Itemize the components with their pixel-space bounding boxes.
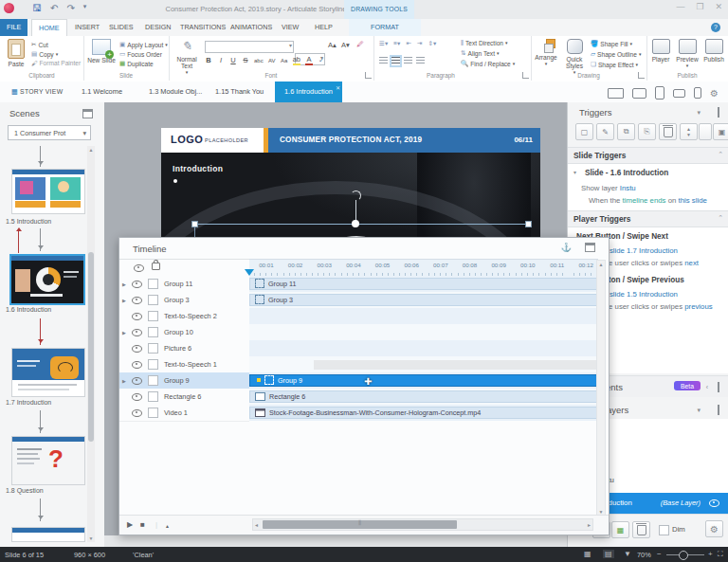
thumbnail-1-7[interactable] bbox=[11, 348, 85, 397]
format-painter-button[interactable]: 🖌Format Painter bbox=[31, 60, 81, 66]
timeline-row-picture6[interactable]: Picture 6 bbox=[119, 340, 598, 356]
timeline-bar[interactable]: Stock-Footage-Businessman-With-Consumer-… bbox=[249, 407, 598, 419]
bold-button[interactable]: B bbox=[205, 56, 212, 64]
slide-trigger-group[interactable]: ▾ Slide - 1.6 Introduction bbox=[585, 169, 668, 177]
tab-module-obj[interactable]: 1.3 Module Obj... bbox=[149, 82, 202, 102]
timeline-tools-icon[interactable]: ⚓ bbox=[561, 243, 572, 252]
scenes-scrollbar[interactable]: ▲ ▼ bbox=[87, 146, 95, 542]
selection-handle[interactable] bbox=[525, 221, 532, 227]
timeline-bar[interactable]: Group 3 bbox=[249, 294, 598, 306]
scenes-panel-icon[interactable] bbox=[82, 109, 93, 118]
grid-view-icon[interactable]: ▦ bbox=[584, 550, 592, 558]
tab-home[interactable]: HOME bbox=[31, 19, 67, 36]
preview-phone-portrait-icon[interactable] bbox=[694, 87, 701, 99]
row-checkbox[interactable] bbox=[148, 391, 158, 402]
duplicate-button[interactable]: ▦Duplicate bbox=[119, 60, 154, 67]
show-all-eye-icon[interactable] bbox=[134, 264, 144, 272]
timeline-ruler[interactable]: 00:01 00:02 00:03 00:04 00:05 00:06 00:0… bbox=[249, 259, 598, 278]
tab-help[interactable]: HELP bbox=[308, 19, 339, 36]
strikethrough-button[interactable]: S bbox=[242, 56, 249, 64]
comments-panel-icon[interactable] bbox=[718, 382, 719, 392]
timeline-panel-icon[interactable] bbox=[585, 243, 595, 252]
thumbnail-partial[interactable] bbox=[11, 527, 85, 542]
timeline-vertical-scrollbar[interactable]: ▲ ▼ bbox=[596, 260, 606, 517]
timeline-row-rectangle6[interactable]: Rectangle 6 Rectangle 6 bbox=[119, 389, 598, 405]
align-text-button[interactable]: ⇅Align Text ▾ bbox=[461, 49, 500, 57]
restore-button[interactable]: ❐ bbox=[696, 2, 703, 11]
italic-button[interactable]: I bbox=[217, 56, 225, 64]
row-checkbox[interactable] bbox=[148, 327, 158, 337]
thumbnail-1-6-selected[interactable] bbox=[9, 254, 85, 305]
trigger-wizard-button[interactable] bbox=[699, 123, 712, 140]
expand-icon[interactable]: ▶ bbox=[119, 281, 129, 287]
dim-checkbox[interactable] bbox=[659, 525, 669, 535]
shape-fill-button[interactable]: 🪣Shape Fill ▾ bbox=[591, 40, 632, 47]
change-case-button[interactable]: Aa bbox=[281, 58, 288, 63]
eye-icon[interactable] bbox=[132, 281, 142, 288]
selection-center-handle[interactable] bbox=[352, 220, 359, 227]
rotation-handle-icon[interactable] bbox=[351, 190, 361, 201]
paragraph-dialog-launcher[interactable] bbox=[522, 72, 529, 79]
row-checkbox[interactable] bbox=[148, 375, 158, 386]
delete-trigger-button[interactable] bbox=[659, 123, 677, 140]
trigger-show-layer[interactable]: Show layer Instu bbox=[581, 184, 636, 192]
eye-icon[interactable] bbox=[132, 377, 142, 385]
indent-decrease-icon[interactable]: ⇤ bbox=[406, 40, 411, 47]
shape-effect-button[interactable]: ❏Shape Effect ▾ bbox=[591, 61, 638, 68]
tab-insert[interactable]: INSERT bbox=[68, 19, 106, 36]
focus-order-button[interactable]: ▭Focus Order bbox=[119, 50, 162, 58]
fit-view-icon[interactable]: ▼ bbox=[624, 550, 631, 558]
zoom-knob[interactable] bbox=[679, 551, 688, 560]
trigger-when-timeline-ends[interactable]: When the timeline ends on this slide bbox=[589, 196, 707, 205]
delete-layer-button[interactable] bbox=[632, 521, 650, 538]
layers-settings-gear-icon[interactable]: ⚙ bbox=[705, 520, 723, 537]
undo-icon[interactable]: ↶ bbox=[50, 3, 58, 13]
row-checkbox[interactable] bbox=[148, 279, 158, 289]
layers-panel-icon[interactable] bbox=[718, 405, 719, 415]
font-name-combo[interactable] bbox=[205, 41, 294, 53]
scene-dropdown[interactable]: 1 Consumer Prot bbox=[8, 125, 91, 140]
char-spacing-button[interactable]: AV bbox=[268, 58, 276, 63]
eye-icon[interactable] bbox=[132, 409, 142, 417]
fit-to-window-icon[interactable]: ⛶ bbox=[718, 550, 723, 559]
find-replace-button[interactable]: 🔍Find / Replace ▾ bbox=[461, 60, 515, 67]
selection-handle[interactable] bbox=[191, 221, 198, 227]
slide-view-icon[interactable]: ▤ bbox=[603, 550, 614, 558]
expand-icon[interactable]: ▶ bbox=[119, 298, 129, 303]
edit-trigger-button[interactable]: ✎ bbox=[596, 123, 614, 140]
layers-collapse-icon[interactable]: ▾ bbox=[697, 407, 701, 414]
highlight-button[interactable]: ab bbox=[293, 55, 300, 65]
row-checkbox[interactable] bbox=[148, 343, 158, 354]
tab-design[interactable]: DESIGN bbox=[138, 19, 178, 36]
row-checkbox[interactable] bbox=[148, 311, 158, 321]
shrink-font-button[interactable]: A▾ bbox=[341, 41, 350, 49]
paste-trigger-button[interactable]: ⎘ bbox=[638, 123, 656, 140]
justify-button[interactable] bbox=[416, 57, 425, 65]
eye-icon[interactable] bbox=[132, 345, 142, 353]
eye-icon[interactable] bbox=[132, 361, 142, 369]
close-tab-icon[interactable]: ✕ bbox=[336, 78, 340, 99]
underline-button[interactable]: U bbox=[229, 56, 237, 64]
minimize-button[interactable]: — bbox=[676, 2, 684, 11]
row-checkbox[interactable] bbox=[148, 408, 158, 418]
indent-increase-icon[interactable]: ⇥ bbox=[417, 40, 423, 47]
slide-triggers-section[interactable]: Slide Triggers⌃ bbox=[568, 147, 728, 164]
tab-animations[interactable]: ANIMATIONS bbox=[224, 19, 279, 36]
zoom-out-timeline-icon[interactable]: ▲ bbox=[165, 523, 170, 529]
timeline-row-group10[interactable]: ▶Group 10 bbox=[119, 324, 598, 340]
thumbnail-1-5[interactable] bbox=[11, 169, 85, 214]
new-slide-button[interactable]: New Slide bbox=[87, 39, 116, 63]
align-center-button[interactable] bbox=[391, 57, 400, 65]
align-right-button[interactable] bbox=[404, 57, 412, 65]
preview-tablet-portrait-icon[interactable] bbox=[655, 86, 664, 100]
expand-icon[interactable]: ▶ bbox=[119, 378, 129, 384]
help-icon[interactable]: ? bbox=[711, 23, 720, 32]
player-button[interactable]: Player bbox=[648, 39, 673, 63]
row-checkbox[interactable] bbox=[148, 359, 158, 370]
copy-trigger-button[interactable]: ⧉ bbox=[617, 123, 635, 140]
eye-icon[interactable] bbox=[132, 313, 142, 320]
drawing-dialog-launcher[interactable] bbox=[638, 72, 645, 79]
close-button[interactable]: ✕ bbox=[715, 2, 722, 11]
apply-layout-button[interactable]: ▣Apply Layout ▾ bbox=[119, 41, 168, 48]
normal-text-button[interactable]: ✎ Normal Text▾ bbox=[172, 39, 202, 75]
